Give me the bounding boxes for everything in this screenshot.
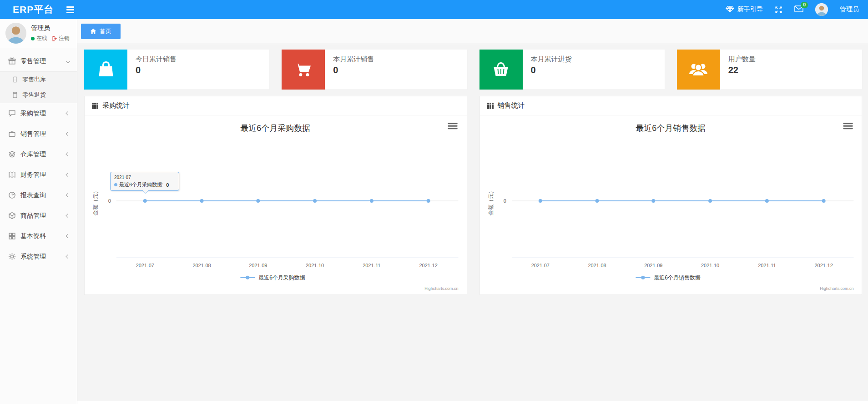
sidebar-item-label: 销售管理: [20, 130, 66, 138]
data-point[interactable]: [595, 199, 599, 203]
home-icon: [90, 28, 96, 35]
x-tick-label: 2021-07: [136, 263, 154, 268]
sidebar-item-finance[interactable]: 财务管理: [0, 165, 77, 185]
open-book-icon: [8, 171, 16, 179]
data-point[interactable]: [822, 199, 825, 203]
tooltip-series-dot: [114, 183, 117, 186]
sidebar-item-label: 报表查询: [20, 191, 66, 200]
grid-icon: [8, 232, 16, 240]
data-point[interactable]: [651, 199, 655, 203]
box-icon: [8, 212, 16, 219]
logout-button[interactable]: 注销: [52, 35, 70, 42]
panel-grid-icon: [92, 103, 98, 109]
highcharts-credit[interactable]: Highcharts.com.cn: [820, 286, 853, 291]
shopping-cart-icon: [294, 60, 313, 79]
card-value: 0: [531, 65, 572, 75]
chart-legend[interactable]: 最近6个月销售数据: [636, 274, 700, 281]
chevron-left-icon: [66, 132, 71, 136]
y-tick-label: 0: [108, 198, 111, 204]
user-avatar[interactable]: [5, 23, 26, 44]
layers-icon: [8, 150, 16, 158]
sales-line-chart: 最近6个月销售数据 金额（元） 0: [480, 115, 862, 294]
tab-home[interactable]: 首页: [81, 24, 121, 39]
x-tick-labels: 2021-07 2021-08 2021-09 2021-10 2021-11 …: [136, 263, 438, 268]
sidebar-item-reports[interactable]: 报表查询: [0, 185, 77, 205]
data-point[interactable]: [313, 199, 317, 203]
message-count-badge: 0: [801, 2, 808, 8]
sidebar-toggle-icon[interactable]: [64, 4, 77, 16]
dashboard-content: 今日累计销售 0 本月累计销售 0: [77, 44, 868, 401]
panel-purchase-stats: 采购统计 最近6个月采购数据 金额（元） 0: [84, 96, 467, 295]
x-tick-label: 2021-08: [588, 263, 606, 268]
sidebar-item-system[interactable]: 系统管理: [0, 246, 77, 267]
sidebar-item-warehouse[interactable]: 仓库管理: [0, 144, 77, 165]
x-tick-label: 2021-10: [701, 263, 719, 268]
navbar-avatar[interactable]: [815, 3, 828, 16]
highcharts-credit[interactable]: Highcharts.com.cn: [424, 286, 458, 291]
sidebar-item-products[interactable]: 商品管理: [0, 205, 77, 226]
data-point[interactable]: [200, 199, 204, 203]
chart-legend[interactable]: 最近6个月采购数据: [240, 274, 305, 281]
sidebar-item-sales[interactable]: 销售管理: [0, 124, 77, 144]
tooltip-value: 0: [166, 182, 169, 188]
chart-title: 最近6个月销售数据: [636, 124, 706, 133]
fullscreen-button[interactable]: [775, 6, 782, 14]
sidebar-item-basic-data[interactable]: 基本资料: [0, 226, 77, 246]
chart-export-menu-icon[interactable]: [448, 123, 458, 129]
stat-card-month-purchase[interactable]: 本月累计进货 0: [479, 50, 665, 90]
sidebar-item-label: 基本资料: [20, 232, 66, 240]
card-value: 22: [728, 65, 756, 75]
sidebar-item-label: 零售退货: [22, 91, 46, 99]
x-tick-label: 2021-12: [419, 263, 438, 268]
messages-button[interactable]: 0: [794, 5, 803, 14]
chart-export-menu-icon[interactable]: [843, 123, 853, 129]
x-tick-label: 2021-07: [531, 263, 549, 268]
sidebar-item-retail[interactable]: 零售管理: [0, 51, 77, 71]
app-brand: ERP平台: [0, 3, 64, 16]
sidebar-item-label: 采购管理: [20, 110, 66, 118]
sidebar-item-label: 商品管理: [20, 212, 66, 220]
sidebar: 管理员 在线 注销: [0, 19, 77, 404]
panel-grid-icon: [487, 103, 494, 109]
shopping-basket-icon: [491, 60, 510, 79]
guide-label: 新手引导: [737, 5, 763, 14]
navbar-username[interactable]: 管理员: [840, 5, 859, 14]
sidebar-username: 管理员: [31, 24, 70, 32]
panel-title: 销售统计: [498, 101, 525, 110]
data-point[interactable]: [143, 199, 147, 203]
x-tick-label: 2021-09: [249, 263, 267, 268]
document-icon: [12, 92, 18, 98]
guide-button[interactable]: 新手引导: [726, 5, 763, 14]
chevron-left-icon: [66, 254, 71, 259]
sidebar-item-label: 零售管理: [20, 57, 66, 65]
data-point[interactable]: [427, 199, 430, 203]
panel-title: 采购统计: [102, 101, 130, 110]
panel-sales-stats: 销售统计 最近6个月销售数据 金额（元） 0: [479, 96, 863, 295]
data-point[interactable]: [256, 199, 260, 203]
data-point[interactable]: [370, 199, 373, 203]
gear-icon: [8, 253, 16, 260]
stat-card-user-count[interactable]: 用户数量 22: [677, 50, 862, 90]
x-tick-label: 2021-11: [363, 263, 380, 268]
legend-label: 最近6个月销售数据: [654, 274, 700, 281]
chevron-left-icon: [66, 234, 71, 239]
data-point[interactable]: [538, 199, 542, 203]
comment-icon: [8, 110, 16, 117]
legend-label: 最近6个月采购数据: [258, 274, 305, 281]
stat-card-month-sales[interactable]: 本月累计销售 0: [282, 50, 467, 90]
data-point[interactable]: [765, 199, 768, 203]
x-tick-label: 2021-12: [814, 263, 833, 268]
y-tick-label: 0: [503, 198, 506, 204]
fullscreen-icon: [775, 6, 782, 14]
briefcase-icon: [8, 130, 16, 138]
sidebar-menu: 零售管理 零售出库 零售退货: [0, 48, 77, 267]
sidebar-item-label: 系统管理: [20, 253, 66, 261]
document-icon: [12, 76, 18, 83]
sidebar-item-retail-return[interactable]: 零售退货: [0, 87, 77, 103]
chevron-left-icon: [66, 152, 71, 157]
sidebar-item-retail-outbound[interactable]: 零售出库: [0, 72, 77, 87]
data-point[interactable]: [708, 199, 712, 203]
chevron-left-icon: [66, 193, 71, 198]
stat-card-today-sales[interactable]: 今日累计销售 0: [84, 50, 269, 90]
sidebar-item-purchase[interactable]: 采购管理: [0, 103, 77, 124]
